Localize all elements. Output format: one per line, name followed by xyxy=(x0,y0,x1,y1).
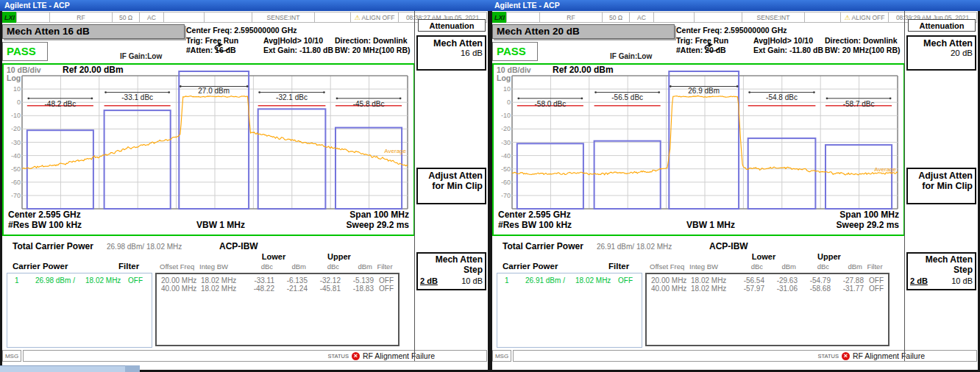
acp-col-header: dBm xyxy=(763,262,796,271)
rf-indicator: RF xyxy=(539,12,603,23)
coupling-indicator: AC xyxy=(139,12,164,23)
acp-offset-table: 20.00 MHz18.02 MHz-56.54-29.63-54.79-27.… xyxy=(645,273,890,346)
carrier-bandwidth: 18.02 MHz xyxy=(85,276,121,285)
svg-text:27.0 dBm: 27.0 dBm xyxy=(198,87,230,95)
impedance-indicator: 50 Ω xyxy=(112,12,140,23)
span-annotation: Span 100 MHz xyxy=(839,210,899,220)
svg-text:10: 10 xyxy=(503,85,511,93)
acp-col-header: Offset Freq xyxy=(155,262,199,271)
ext-gain-readout: Ext Gain: -11.80 dB xyxy=(263,46,333,54)
svg-text:-30: -30 xyxy=(501,139,511,146)
trigger-readout: Trig: Free Run xyxy=(186,36,238,45)
vbw-annotation: VBW 1 MHz xyxy=(686,220,735,230)
acp-cell: -58.68 xyxy=(798,285,831,293)
softkey-adjust-atten[interactable]: Adjust Atten for Min Clip xyxy=(416,168,486,204)
window-titlebar[interactable]: Agilent LTE - ACP xyxy=(0,0,490,11)
acp-cell: 40.00 MHz xyxy=(157,285,201,293)
svg-text:-60: -60 xyxy=(11,179,21,186)
sweep-annotation: Sweep 29.2 ms xyxy=(837,220,899,230)
acp-col-header: dBm xyxy=(273,262,306,271)
sweep-annotation: Sweep 29.2 ms xyxy=(347,220,409,230)
acp-col-header: dBc xyxy=(732,262,763,271)
svg-text:-50: -50 xyxy=(501,165,511,173)
ref-level-label: Ref 20.00 dBm xyxy=(63,65,124,75)
if-gain-label: IF Gain:Low xyxy=(610,52,652,60)
window-title: Agilent LTE - ACP xyxy=(494,1,560,10)
acp-cell: -45.81 xyxy=(308,285,341,293)
lxi-badge: LXI xyxy=(2,12,17,23)
align-off-label: ALIGN OFF xyxy=(852,14,885,21)
acp-cell: -21.24 xyxy=(274,285,308,293)
direction-readout: Direction: Downlink xyxy=(335,36,408,45)
total-carrier-power-value: 26.98 dBm/ 18.02 MHz xyxy=(107,243,182,251)
acp-cell: -5.139 xyxy=(341,276,374,285)
spectrum-plot: 100-10-20-30-40-50-60-70Average-48.2 dBc… xyxy=(4,65,411,232)
acp-cell: 18.02 MHz xyxy=(201,285,244,293)
carrier-filter-state: OFF xyxy=(128,276,143,285)
total-carrier-power-value: 26.91 dBm/ 18.02 MHz xyxy=(597,243,672,251)
softkey-mech-atten-step[interactable]: Mech Atten Step 2 dB 10 dB xyxy=(906,252,976,290)
acp-cell: 20.00 MHz xyxy=(647,276,691,285)
softkey-label: Mech Atten xyxy=(420,38,483,49)
active-function-banner: Mech Atten 16 dB xyxy=(2,24,185,39)
acp-cell: -54.79 xyxy=(798,276,831,285)
warning-icon: ⚠ xyxy=(355,14,361,21)
blank-cell xyxy=(204,12,252,23)
svg-text:-40: -40 xyxy=(11,152,21,160)
acp-col-header: dBc xyxy=(306,262,339,271)
msg-label: MSG xyxy=(492,350,511,362)
acp-cell: 40.00 MHz xyxy=(647,285,691,293)
lxi-badge: LXI xyxy=(492,12,507,23)
blank-cell xyxy=(694,12,742,23)
sense-indicator: SENSE:INT xyxy=(252,12,315,23)
panels-container: Agilent LTE - ACP LXI RF 50 Ω AC SENSE:I… xyxy=(0,0,980,372)
softkey-mech-atten-step[interactable]: Mech Atten Step 2 dB 10 dB xyxy=(416,252,486,290)
softkey-mech-atten[interactable]: Mech Atten 16 dB xyxy=(416,35,486,71)
acp-col-header: Filter xyxy=(372,262,397,271)
acp-col-header: dBm xyxy=(339,262,372,271)
svg-text:0: 0 xyxy=(507,99,511,106)
acp-cell: -27.88 xyxy=(831,276,864,285)
active-function-banner: Mech Atten 20 dB xyxy=(492,24,675,39)
bw-readout: BW: 20 MHz(100 RB) xyxy=(335,46,411,54)
acp-col-header: Integ BW xyxy=(689,262,732,271)
softkey-label: for Min Clip xyxy=(420,181,483,191)
acp-cell: OFF xyxy=(374,276,399,285)
softkey-label: Adjust Atten xyxy=(910,171,973,181)
acp-col-header: Offset Freq xyxy=(645,262,689,271)
lower-group-label: Lower xyxy=(728,252,799,261)
acp-cell: OFF xyxy=(864,285,889,293)
acp-col-header: Integ BW xyxy=(199,262,242,271)
acp-cell: OFF xyxy=(374,285,399,293)
softkey-adjust-atten[interactable]: Adjust Atten for Min Clip xyxy=(906,168,976,204)
carrier-bandwidth: 18.02 MHz xyxy=(575,276,611,285)
carrier-power-value: 26.98 dBm / xyxy=(35,276,75,285)
blank-cell xyxy=(804,12,841,23)
svg-text:26.9 dBm: 26.9 dBm xyxy=(688,87,720,95)
svg-text:-70: -70 xyxy=(11,192,21,199)
error-icon: × xyxy=(842,352,850,360)
softkey-label: Mech Atten Step xyxy=(420,255,483,276)
softkey-mech-atten[interactable]: Mech Atten 20 dB xyxy=(906,35,976,71)
svg-text:Average: Average xyxy=(384,148,406,154)
acp-cell: 18.02 MHz xyxy=(201,276,244,285)
svg-text:-48.2 dBc: -48.2 dBc xyxy=(44,100,76,108)
vbw-annotation: VBW 1 MHz xyxy=(196,220,245,230)
align-off-label: ALIGN OFF xyxy=(362,14,395,21)
acp-cell: -18.83 xyxy=(341,285,374,293)
ref-level-label: Ref 20.00 dBm xyxy=(553,65,614,75)
window-titlebar[interactable]: Agilent LTE - ACP xyxy=(490,0,980,11)
rf-indicator: RF xyxy=(49,12,113,23)
svg-text:-32.1 dBc: -32.1 dBc xyxy=(276,93,308,101)
align-warning: ⚠ALIGN OFF xyxy=(350,12,399,23)
acp-ibw-label: ACP-IBW xyxy=(709,241,748,251)
measurement-view: 100-10-20-30-40-50-60-70Average-58.0 dBc… xyxy=(492,63,905,236)
carrier-index: 1 xyxy=(15,276,19,285)
analyzer-panel: Agilent LTE - ACP LXI RF 50 Ω AC SENSE:I… xyxy=(0,0,490,372)
carrier-index: 1 xyxy=(505,276,509,285)
status-label: STATUS xyxy=(327,353,348,360)
span-annotation: Span 100 MHz xyxy=(349,210,409,220)
softkey-value: 20 dB xyxy=(910,49,973,59)
svg-text:-58.7 dBc: -58.7 dBc xyxy=(843,100,875,108)
lower-group-label: Lower xyxy=(238,252,309,261)
